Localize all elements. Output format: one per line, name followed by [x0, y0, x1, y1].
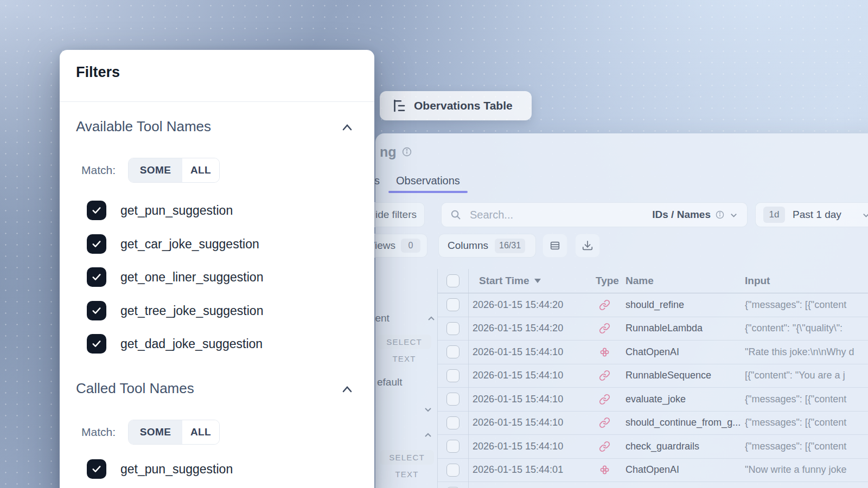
match-label: Match: [81, 420, 116, 445]
match-option-some[interactable]: SOME [129, 420, 182, 444]
saved-views-count-badge: 0 [401, 239, 420, 253]
column-header-name[interactable]: Name [621, 275, 742, 287]
checkbox-checked[interactable] [87, 334, 106, 354]
modal-title: Filters [76, 64, 120, 81]
observations-table: Start Time Type Name Input 2026-01-15 15… [437, 269, 868, 488]
search-scope-dropdown[interactable]: IDs / Names [652, 209, 738, 221]
generation-type-icon [588, 464, 621, 476]
export-button[interactable] [575, 234, 600, 258]
table-row[interactable]: 2026-01-15 15:44:10 RunnableSequence [{"… [437, 364, 868, 388]
download-icon [582, 240, 593, 252]
active-tab-indicator [388, 191, 468, 193]
tool-name-option[interactable]: get_car_joke_suggestion [87, 234, 259, 254]
table-row[interactable]: 2026-01-15 15:44:20 should_refine {"mess… [437, 293, 868, 317]
link-type-icon [588, 394, 621, 405]
link-type-icon [588, 299, 621, 311]
column-header-start-time[interactable]: Start Time [468, 275, 588, 287]
section-title-available-tool-names: Available Tool Names [76, 118, 211, 135]
match-option-all[interactable]: ALL [182, 420, 219, 444]
info-icon [716, 210, 724, 219]
row-checkbox[interactable] [446, 345, 459, 358]
filters-modal: Filters Available Tool Names Match: SOME… [60, 50, 374, 488]
select-all-checkbox[interactable] [446, 274, 459, 287]
row-checkbox[interactable] [446, 440, 459, 453]
tool-name-option[interactable]: get_one_liner_suggestion [87, 267, 263, 287]
row-checkbox[interactable] [446, 416, 459, 429]
column-divider [437, 269, 438, 488]
row-checkbox[interactable] [446, 369, 459, 382]
table-row-partial [437, 482, 868, 488]
rows-icon [549, 240, 561, 252]
link-type-icon [588, 417, 621, 428]
option-select[interactable]: SELECT [380, 450, 434, 465]
row-checkbox[interactable] [446, 322, 459, 335]
screen: ng s Observations ide filters IDs / Name… [0, 0, 868, 488]
match-option-all[interactable]: ALL [182, 158, 219, 182]
link-type-icon [588, 323, 621, 334]
list-tree-icon [391, 98, 407, 114]
sort-desc-icon [534, 279, 541, 283]
table-row[interactable]: 2026-01-15 15:44:20 RunnableLambda {"con… [437, 317, 868, 341]
match-toggle: SOME ALL [128, 420, 220, 445]
table-row[interactable]: 2026-01-15 15:44:10 check_guardrails {"m… [437, 435, 868, 459]
row-height-button[interactable] [542, 234, 567, 258]
column-divider [468, 269, 469, 488]
search-input[interactable] [469, 208, 569, 222]
link-type-icon [588, 441, 621, 452]
link-type-icon [588, 370, 621, 381]
chevron-up-icon[interactable] [423, 431, 433, 440]
checkbox-checked[interactable] [87, 234, 106, 254]
table-row[interactable]: 2026-01-15 15:44:01 ChatOpenAI "Now writ… [437, 459, 868, 483]
chevron-down-icon [861, 210, 868, 220]
time-range-dropdown[interactable]: 1d Past 1 day [755, 202, 868, 227]
generation-type-icon [588, 346, 621, 358]
section-title-called-tool-names: Called Tool Names [76, 380, 194, 397]
match-toggle: SOME ALL [128, 158, 220, 183]
match-label: Match: [81, 158, 116, 183]
tool-name-option[interactable]: get_pun_suggestion [87, 201, 233, 220]
row-checkbox[interactable] [446, 393, 459, 406]
chevron-down-icon [729, 210, 738, 220]
columns-button[interactable]: Columns 16/31 [438, 234, 536, 258]
tool-name-option[interactable]: get_pun_suggestion [87, 459, 233, 479]
view-switcher-badge[interactable]: Obervations Table [380, 91, 532, 120]
table-row[interactable]: 2026-01-15 15:44:10 evaluate_joke {"mess… [437, 388, 868, 412]
table-header-row: Start Time Type Name Input [437, 269, 868, 293]
search-icon [450, 209, 461, 220]
chevron-up-icon[interactable] [340, 120, 355, 136]
column-header-type[interactable]: Type [588, 275, 621, 287]
info-icon[interactable] [402, 147, 412, 157]
chevron-down-icon[interactable] [423, 404, 433, 414]
checkbox-checked[interactable] [87, 301, 106, 320]
table-row[interactable]: 2026-01-15 15:44:10 should_continue_from… [437, 412, 868, 435]
option-select[interactable]: SELECT [377, 335, 431, 349]
tab-partial[interactable]: s [374, 175, 380, 187]
checkbox-checked[interactable] [87, 201, 106, 220]
env-value-partial: efault [377, 376, 402, 388]
checkbox-checked[interactable] [87, 267, 106, 287]
search-box[interactable]: IDs / Names [441, 202, 748, 227]
tool-name-option[interactable]: get_dad_joke_suggestion [87, 334, 263, 354]
time-range-badge: 1d [763, 207, 785, 223]
tab-observations[interactable]: Observations [396, 175, 460, 187]
columns-count-badge: 16/31 [495, 239, 525, 253]
tool-name-option[interactable]: get_tree_joke_suggestion [87, 301, 263, 320]
row-checkbox[interactable] [446, 464, 459, 477]
chevron-up-icon[interactable] [340, 382, 355, 397]
option-text[interactable]: TEXT [380, 470, 434, 479]
option-text[interactable]: TEXT [377, 354, 431, 363]
match-option-some[interactable]: SOME [129, 158, 182, 182]
checkbox-checked[interactable] [87, 459, 106, 479]
page-title-partial: ng [380, 144, 397, 160]
table-row[interactable]: 2026-01-15 15:44:10 ChatOpenAI "Rate thi… [437, 341, 868, 364]
row-checkbox[interactable] [446, 298, 459, 311]
chevron-up-icon[interactable] [426, 314, 436, 324]
observations-panel: ng s Observations ide filters IDs / Name… [375, 133, 868, 488]
column-header-input[interactable]: Input [742, 275, 868, 287]
divider [60, 101, 374, 102]
